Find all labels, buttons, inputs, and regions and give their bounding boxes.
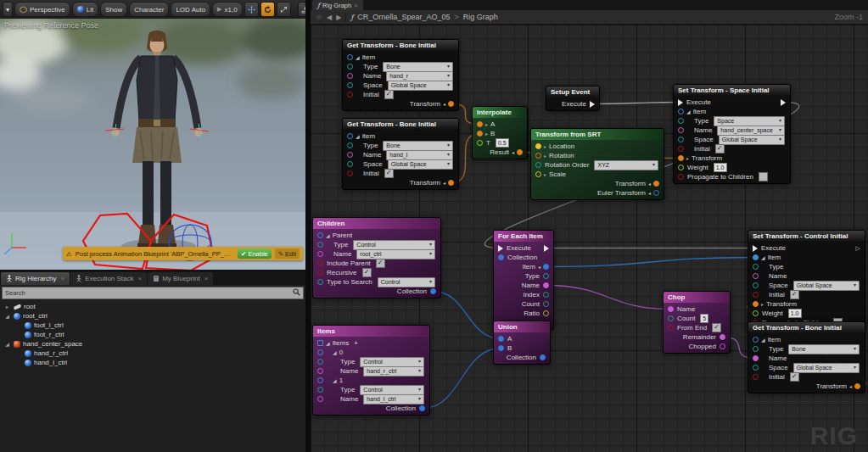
breadcrumb-page[interactable]: Rig Graph <box>463 13 498 21</box>
input-pin[interactable] <box>753 374 759 380</box>
input-pin[interactable] <box>347 142 353 148</box>
collapse-subpins-icon[interactable]: ◂ <box>443 101 445 107</box>
input-pin[interactable] <box>678 127 684 133</box>
input-pin[interactable] <box>678 155 684 161</box>
show-button[interactable]: Show <box>100 2 127 17</box>
node-title[interactable]: Items <box>313 326 429 337</box>
dropdown-type[interactable]: Bone▾ <box>788 344 860 354</box>
collapse-subpins-icon[interactable]: ◂ <box>512 149 514 155</box>
expander-icon[interactable]: ◢ <box>333 377 337 383</box>
tree-item-foot_r_ctrl[interactable]: foot_r_ctrl <box>0 330 305 339</box>
scale-tool-button[interactable] <box>277 2 291 17</box>
output-pin[interactable] <box>543 301 549 307</box>
dropdown-rotation-order[interactable]: XYZ▾ <box>594 160 658 170</box>
perspective-button[interactable]: Perspective <box>14 2 70 17</box>
forward-icon[interactable]: ▶ <box>336 14 341 21</box>
input-pin[interactable] <box>317 340 323 346</box>
output-pin[interactable] <box>590 101 595 108</box>
checkbox-include-parent[interactable]: ✓ <box>376 259 385 268</box>
collapse-subpins-icon[interactable]: ◂ <box>648 181 651 187</box>
back-icon[interactable]: ◀ <box>327 14 332 21</box>
node-title[interactable]: For Each Item <box>494 231 553 242</box>
input-pin[interactable] <box>678 146 684 152</box>
node-title[interactable]: Setup Event <box>546 86 599 98</box>
dropdown-type[interactable]: Control▾ <box>360 357 424 367</box>
translate-tool-button[interactable] <box>244 2 259 17</box>
dropdown-type[interactable]: Control▾ <box>360 385 424 395</box>
dropdown-name[interactable]: hand_r▾ <box>386 71 453 81</box>
input-pin[interactable] <box>317 349 323 355</box>
graph-canvas[interactable]: Get Transform - Bone Initial◢ItemTypeBon… <box>311 25 868 452</box>
camera-speed-button[interactable]: ▶ x1,0 <box>212 2 243 17</box>
input-pin[interactable] <box>678 165 684 170</box>
collapse-subpins-icon[interactable]: ◂ <box>849 383 852 389</box>
node-items[interactable]: Items◢Items+◢0TypeControl▾Namehand_r_ctr… <box>312 325 430 416</box>
expander-icon[interactable]: ▸ <box>544 171 546 177</box>
node-chop[interactable]: ChopNameCount5From End✓RemainderChopped <box>663 291 731 354</box>
expander-icon[interactable]: ◢ <box>333 349 337 355</box>
node-get-transform-bone-initial[interactable]: Get Transform - Bone Initial◢ItemTypeBon… <box>342 39 459 111</box>
node-title[interactable]: Chop <box>664 292 730 303</box>
input-pin[interactable] <box>347 64 353 70</box>
tree-item-hand_center_space[interactable]: ◢hand_center_space <box>0 339 305 349</box>
input-pin[interactable] <box>317 368 323 374</box>
expander-icon[interactable]: ▸ <box>485 131 488 137</box>
input-pin[interactable] <box>753 337 759 343</box>
expander-icon[interactable]: ◢ <box>326 340 330 346</box>
node-title[interactable]: Children <box>313 218 440 229</box>
input-pin[interactable] <box>347 73 353 79</box>
dropdown-name[interactable]: hand_center_space▾ <box>717 126 785 136</box>
node-children[interactable]: Children◢ParentTypeControl▾Nameroot_ctrl… <box>312 217 441 299</box>
expander-icon[interactable]: ◢ <box>761 254 765 260</box>
dropdown-type[interactable]: Space▾ <box>714 116 785 126</box>
output-pin[interactable] <box>720 343 725 349</box>
node-title[interactable]: Set Transform - Space Initial <box>674 85 790 96</box>
dropdown-name[interactable]: hand_r_ctrl▾ <box>363 366 424 377</box>
close-icon[interactable]: × <box>60 275 64 282</box>
expander-collapsed-icon[interactable]: ▸ <box>4 304 10 310</box>
collapse-subpins-icon[interactable]: ◂ <box>538 264 540 270</box>
node-for-each-item[interactable]: For Each ItemExecuteCollectionItem◂TypeN… <box>493 230 554 330</box>
tab-rig-hierarchy[interactable]: Rig Hierarchy× <box>1 272 70 285</box>
breadcrumb-asset[interactable]: CR_Ornella_Spear_AO_05 <box>357 13 450 21</box>
output-pin[interactable]: ▷ <box>856 245 860 251</box>
tree-item-foot_l_ctrl[interactable]: foot_l_ctrl <box>0 321 305 330</box>
output-pin[interactable] <box>543 282 549 288</box>
dropdown-name[interactable]: hand_l_ctrl▾ <box>363 394 424 405</box>
input-pin[interactable] <box>535 171 541 177</box>
input-pin[interactable] <box>347 133 353 139</box>
input-pin[interactable] <box>535 153 541 159</box>
input-pin[interactable] <box>477 140 483 146</box>
close-icon[interactable]: × <box>204 275 209 282</box>
expander-icon[interactable]: ◢ <box>356 133 360 139</box>
input-pin[interactable] <box>678 137 684 142</box>
node-title[interactable]: Get Transform - Bone Initial <box>343 119 458 130</box>
input-pin[interactable] <box>317 232 323 238</box>
dropdown-space[interactable]: Global Space▾ <box>388 81 453 91</box>
node-get-transform-bone-initial[interactable]: Get Transform - Bone Initial◢ItemTypeBon… <box>748 321 865 393</box>
input-pin[interactable] <box>317 270 323 276</box>
input-pin[interactable] <box>535 162 541 168</box>
viewport-options-button[interactable]: ▾ <box>3 2 13 17</box>
input-pin[interactable] <box>317 359 323 365</box>
dropdown-space[interactable]: Global Space▾ <box>793 363 860 373</box>
node-interpolate[interactable]: Interpolate▸A▸BT0.5Result◂ <box>472 106 528 159</box>
node-title[interactable]: Get Transform - Bone Initial <box>343 40 458 51</box>
node-title[interactable]: Get Transform - Bone Initial <box>748 322 865 333</box>
node-setup-event[interactable]: Setup EventExecute <box>546 86 600 111</box>
output-pin[interactable] <box>854 383 860 389</box>
expander-expanded-icon[interactable]: ◢ <box>4 341 10 347</box>
input-pin[interactable] <box>753 273 759 279</box>
expander-icon[interactable]: ▸ <box>544 143 546 149</box>
checkbox-initial[interactable]: ✓ <box>790 372 799 382</box>
node-title[interactable]: Set Transform - Control Initial <box>748 231 865 242</box>
input-pin[interactable] <box>678 118 684 124</box>
output-pin[interactable] <box>430 288 436 294</box>
output-pin[interactable] <box>543 310 549 316</box>
collapse-subpins-icon[interactable]: ◂ <box>443 180 445 186</box>
expander-icon[interactable]: ▸ <box>485 121 488 127</box>
checkbox-initial[interactable]: ✓ <box>384 90 394 99</box>
close-icon[interactable]: × <box>354 2 357 9</box>
node-title[interactable]: Union <box>494 321 550 332</box>
expander-icon[interactable]: ◢ <box>761 337 765 343</box>
